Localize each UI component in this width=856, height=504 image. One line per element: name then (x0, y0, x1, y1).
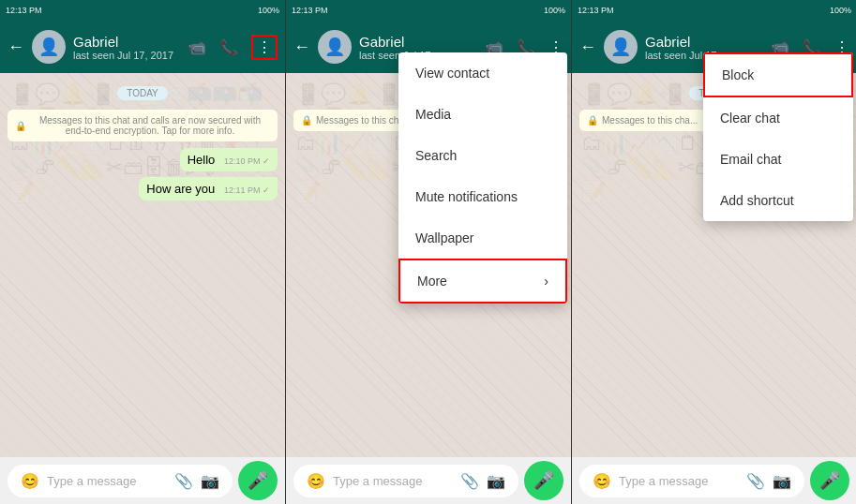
back-button-3[interactable]: ← (579, 37, 596, 57)
right-menu-add-shortcut[interactable]: Add shortcut (703, 180, 853, 221)
header-icons-1: 📹 📞 ⋮ (188, 35, 278, 60)
status-bar-left-3: 12:13 PM (578, 6, 614, 15)
mic-icon-2: 🎤 (533, 470, 554, 491)
right-menu-block[interactable]: Block (703, 52, 853, 97)
panel-2: 12:13 PM 100% ← 👤 Gabriel last seen Jul … (286, 0, 571, 504)
last-seen-1: last seen Jul 17, 2017 (73, 50, 180, 61)
mic-icon-3: 🎤 (819, 470, 840, 491)
chat-body-1: 📱💬🔔📲💌📩📨📫📪📬📭📮🗳📥📤📦📝📋📁📂🗂📊📈📉🗒🗓📅📆🗑📌📍📎🖇📏📐✂🗃🗄🗑🖊… (0, 73, 285, 457)
input-field-2[interactable]: 😊 Type a message 📎 📷 (293, 465, 518, 497)
status-bar-2: 12:13 PM 100% (286, 0, 571, 21)
battery-1: 100% (258, 6, 279, 15)
time-2: 12:13 PM (292, 6, 328, 15)
input-bar-3: 😊 Type a message 📎 📷 🎤 (572, 457, 856, 504)
chat-header-1: ← 👤 Gabriel last seen Jul 17, 2017 📹 📞 ⋮ (0, 21, 285, 73)
menu-item-view-contact[interactable]: View contact (398, 52, 567, 94)
contact-name-3: Gabriel (645, 34, 763, 50)
battery-2: 100% (544, 6, 565, 15)
status-bar-right-2: 100% (544, 6, 565, 15)
attachment-icon-2[interactable]: 📎 (460, 472, 479, 490)
menu-item-mute[interactable]: Mute notifications (398, 176, 567, 217)
status-bar-left-1: 12:13 PM (6, 6, 42, 15)
input-placeholder-1: Type a message (47, 474, 167, 488)
dropdown-menu: View contact Media Search Mute notificat… (398, 52, 567, 304)
encryption-text-3: Messages to this cha... (602, 115, 698, 126)
panel-1: 12:13 PM 100% ← 👤 Gabriel last seen Jul … (0, 0, 285, 504)
emoji-icon-2[interactable]: 😊 (307, 472, 325, 490)
right-menu-email-chat[interactable]: Email chat (703, 139, 853, 180)
attachment-icon-1[interactable]: 📎 (174, 472, 193, 490)
status-bar-1: 12:13 PM 100% (0, 0, 285, 21)
input-field-3[interactable]: 😊 Type a message 📎 📷 (579, 465, 804, 497)
attachment-icon-3[interactable]: 📎 (746, 472, 765, 490)
right-menu-clear-chat[interactable]: Clear chat (703, 97, 853, 139)
message-meta-2: 12:11 PM ✓ (224, 185, 270, 195)
input-bar-2: 😊 Type a message 📎 📷 🎤 (286, 457, 571, 504)
status-bar-3: 12:13 PM 100% (572, 0, 856, 21)
lock-icon-1: 🔒 (15, 121, 26, 131)
message-text-1: Hello (188, 153, 216, 167)
avatar-3[interactable]: 👤 (604, 30, 638, 64)
lock-icon-3: 🔒 (587, 115, 598, 126)
message-text-2: How are you (146, 182, 215, 196)
chevron-right-icon: › (544, 274, 548, 289)
camera-icon-2[interactable]: 📷 (487, 472, 505, 490)
right-dropdown-menu: Block Clear chat Email chat Add shortcut (703, 52, 853, 221)
messages-area-1: TODAY 🔒 Messages to this chat and calls … (8, 81, 278, 203)
mic-button-3[interactable]: 🎤 (810, 461, 849, 500)
emoji-icon-3[interactable]: 😊 (593, 472, 611, 490)
avatar-2[interactable]: 👤 (318, 30, 352, 64)
mic-button-1[interactable]: 🎤 (238, 461, 278, 500)
encryption-notice-1[interactable]: 🔒 Messages to this chat and calls are no… (8, 110, 278, 141)
contact-name-2: Gabriel (359, 34, 477, 50)
camera-icon-1[interactable]: 📷 (201, 472, 219, 490)
menu-item-wallpaper[interactable]: Wallpaper (398, 217, 567, 259)
time-1: 12:13 PM (6, 6, 42, 15)
avatar-1[interactable]: 👤 (32, 30, 66, 64)
encryption-text-1: Messages to this chat and calls are now … (30, 115, 270, 136)
today-label-1: TODAY (117, 86, 168, 100)
menu-item-more[interactable]: More › (398, 259, 567, 304)
panel-3: 12:13 PM 100% ← 👤 Gabriel last seen Jul … (572, 0, 856, 504)
mic-icon-1: 🎤 (248, 470, 268, 491)
input-field-1[interactable]: 😊 Type a message 📎 📷 (8, 465, 233, 497)
encryption-text-2: Messages to this cha... (316, 115, 412, 126)
message-meta-1: 12:10 PM ✓ (224, 156, 270, 166)
back-button-1[interactable]: ← (8, 37, 24, 57)
contact-name-1: Gabriel (73, 34, 180, 50)
status-bar-left-2: 12:13 PM (292, 6, 328, 15)
voice-call-icon-1[interactable]: 📞 (219, 38, 238, 56)
video-call-icon-1[interactable]: 📹 (188, 38, 206, 56)
back-button-2[interactable]: ← (293, 37, 310, 57)
message-2: How are you 12:11 PM ✓ (139, 177, 278, 200)
status-bar-right-3: 100% (830, 6, 851, 15)
mic-button-2[interactable]: 🎤 (524, 461, 563, 500)
input-placeholder-2: Type a message (333, 474, 453, 488)
status-bar-right-1: 100% (258, 6, 279, 15)
more-options-icon-1[interactable]: ⋮ (251, 35, 278, 60)
input-placeholder-3: Type a message (619, 474, 739, 488)
message-1: Hello 12:10 PM ✓ (180, 148, 278, 171)
header-info-1: Gabriel last seen Jul 17, 2017 (73, 34, 180, 61)
time-3: 12:13 PM (578, 6, 614, 15)
input-bar-1: 😊 Type a message 📎 📷 🎤 (0, 457, 285, 504)
battery-3: 100% (830, 6, 851, 15)
menu-item-media[interactable]: Media (398, 94, 567, 135)
menu-item-search[interactable]: Search (398, 135, 567, 176)
camera-icon-3[interactable]: 📷 (773, 472, 791, 490)
emoji-icon-1[interactable]: 😊 (21, 472, 39, 490)
lock-icon-2: 🔒 (301, 115, 312, 126)
